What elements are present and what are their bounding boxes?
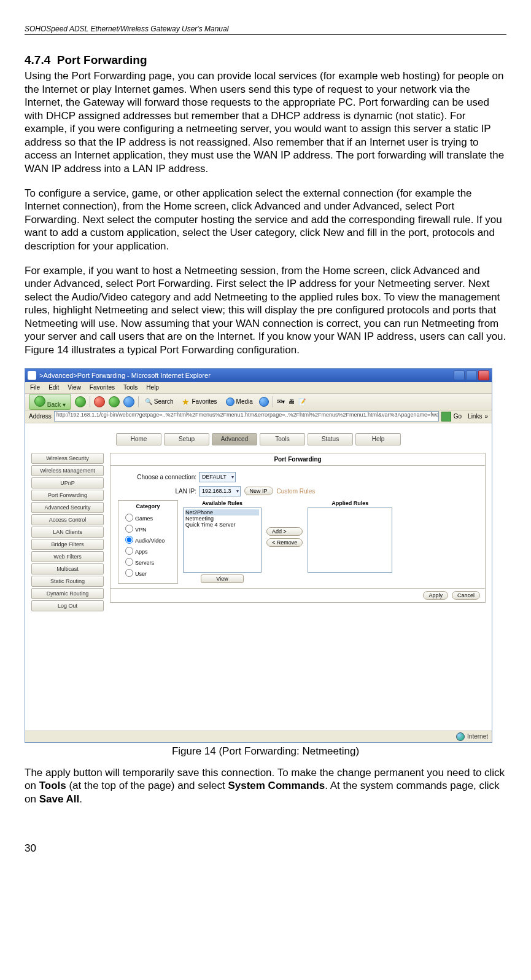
sidebar-wireless-management[interactable]: Wireless Management — [31, 465, 104, 476]
panel-title: Port Forwarding — [110, 453, 485, 466]
cancel-button[interactable]: Cancel — [452, 591, 480, 600]
history-button[interactable] — [259, 397, 269, 407]
sidebar-multicast[interactable]: Multicast — [31, 563, 104, 574]
paragraph-4: The apply button will temporarily save t… — [25, 766, 506, 806]
back-button[interactable]: Back ▾ — [29, 394, 71, 410]
nav-setup[interactable]: Setup — [164, 433, 209, 445]
media-icon — [226, 398, 234, 406]
sidebar-lan-clients[interactable]: LAN Clients — [31, 527, 104, 538]
cat-vpn[interactable]: VPN — [122, 523, 174, 533]
cat-servers[interactable]: Servers — [122, 556, 174, 566]
available-rules-list[interactable]: Net2Phone Netmeeting Quick Time 4 Server — [183, 508, 262, 573]
sidebar-dynamic-routing[interactable]: Dynamic Routing — [31, 588, 104, 599]
add-button[interactable]: Add > — [266, 527, 303, 536]
custom-rules-link[interactable]: Custom Rules — [277, 488, 316, 495]
cat-games-radio[interactable] — [125, 514, 133, 522]
favorites-button[interactable]: ★Favorites — [179, 396, 219, 407]
toolbar-separator — [90, 396, 90, 407]
nav-status[interactable]: Status — [308, 433, 353, 445]
cat-audio-video[interactable]: Audio/Video — [122, 534, 174, 544]
cat-servers-radio[interactable] — [125, 558, 133, 566]
menu-edit[interactable]: Edit — [48, 384, 59, 391]
address-input[interactable]: http://192.168.1.1/cgi-bin/webcm?getpage… — [54, 411, 439, 421]
apply-button[interactable]: Apply — [423, 591, 448, 600]
p4-tools: Tools — [39, 780, 66, 791]
cat-servers-label: Servers — [135, 560, 154, 566]
view-button[interactable]: View — [201, 574, 243, 583]
nav-advanced[interactable]: Advanced — [212, 433, 257, 445]
sidebar-bridge-filters[interactable]: Bridge Filters — [31, 539, 104, 550]
category-header: Category — [122, 503, 174, 509]
category-column: Category Games VPN Audio/Video Apps Serv… — [118, 500, 178, 584]
sidebar-advanced-security[interactable]: Advanced Security — [31, 502, 104, 513]
menu-tools[interactable]: Tools — [123, 384, 138, 391]
sidebar-port-forwarding[interactable]: Port Forwarding — [31, 490, 104, 501]
cat-av-label: Audio/Video — [135, 538, 165, 544]
print-button[interactable]: 🖶 — [289, 398, 295, 405]
menu-help[interactable]: Help — [146, 384, 159, 391]
cat-games[interactable]: Games — [122, 512, 174, 522]
panel-footer: Apply Cancel — [110, 588, 485, 602]
favorites-label: Favorites — [192, 398, 217, 405]
cat-apps-radio[interactable] — [125, 547, 133, 555]
search-button[interactable]: 🔍 Search — [142, 398, 176, 406]
edit-button[interactable]: 📝 — [298, 398, 306, 405]
rule-quicktime[interactable]: Quick Time 4 Server — [185, 522, 259, 528]
internet-zone-label: Internet — [467, 733, 488, 740]
home-button[interactable] — [123, 396, 134, 407]
menu-view[interactable]: View — [68, 384, 81, 391]
rule-net2phone[interactable]: Net2Phone — [185, 509, 259, 515]
menu-file[interactable]: File — [30, 384, 40, 391]
sidebar-log-out[interactable]: Log Out — [31, 600, 104, 611]
section-heading: 4.7.4 Port Forwarding — [25, 53, 506, 67]
cat-av-radio[interactable] — [125, 536, 133, 544]
links-label[interactable]: Links — [468, 413, 482, 420]
media-button[interactable]: Media — [223, 397, 255, 407]
paragraph-3: For example, if you want to host a Netme… — [25, 264, 506, 357]
paragraph-1: Using the Port Forwarding page, you can … — [25, 69, 506, 176]
mail-button[interactable]: ✉▾ — [277, 398, 285, 405]
p4-syscmd: System Commands — [228, 780, 325, 791]
toolbar-separator — [138, 396, 139, 407]
figure-caption: Figure 14 (Port Forwarding: Netmeeting) — [25, 745, 506, 758]
nav-tools[interactable]: Tools — [260, 433, 305, 445]
refresh-button[interactable] — [109, 396, 120, 407]
ie-logo-icon — [28, 371, 36, 380]
main-panel: Port Forwarding Choose a connection: DEF… — [110, 453, 486, 603]
sidebar-wireless-security[interactable]: Wireless Security — [31, 453, 104, 464]
lan-ip-select[interactable]: 192.168.1.3 — [199, 486, 241, 496]
forward-button[interactable] — [75, 396, 86, 407]
remove-button[interactable]: < Remove — [266, 538, 303, 547]
cat-user-radio[interactable] — [125, 569, 133, 577]
sidebar-access-control[interactable]: Access Control — [31, 514, 104, 525]
cat-vpn-radio[interactable] — [125, 525, 133, 533]
media-label: Media — [236, 398, 253, 405]
toolbar-separator — [273, 396, 273, 407]
stop-button[interactable] — [94, 396, 105, 407]
lan-ip-label: LAN IP: — [118, 488, 199, 495]
star-icon: ★ — [182, 397, 190, 407]
rule-netmeeting[interactable]: Netmeeting — [185, 515, 259, 522]
cat-apps[interactable]: Apps — [122, 545, 174, 555]
nav-home[interactable]: Home — [116, 433, 161, 445]
cat-games-label: Games — [135, 515, 153, 522]
window-titlebar: >Advanced>Port Forwarding - Microsoft In… — [25, 369, 492, 382]
sidebar-upnp[interactable]: UPnP — [31, 477, 104, 488]
applied-rules-list[interactable] — [308, 508, 392, 573]
cat-user[interactable]: User — [122, 567, 174, 577]
nav-help[interactable]: Help — [355, 433, 401, 445]
new-ip-button[interactable]: New IP — [244, 487, 273, 495]
sidebar-web-filters[interactable]: Web Filters — [31, 551, 104, 562]
connection-select[interactable]: DEFAULT — [199, 472, 236, 482]
browser-toolbar: Back ▾ 🔍 Search ★Favorites Media ✉▾ 🖶 📝 — [25, 394, 492, 410]
cat-vpn-label: VPN — [135, 527, 147, 533]
menu-favorites[interactable]: Favorites — [90, 384, 115, 391]
maximize-button[interactable] — [466, 370, 477, 380]
go-button[interactable] — [441, 412, 451, 421]
sidebar-static-routing[interactable]: Static Routing — [31, 576, 104, 587]
close-button[interactable] — [478, 370, 489, 380]
window-title: >Advanced>Port Forwarding - Microsoft In… — [39, 372, 211, 379]
back-label: Back — [47, 401, 61, 408]
minimize-button[interactable] — [454, 370, 465, 380]
p4-saveall: Save All — [39, 793, 80, 805]
